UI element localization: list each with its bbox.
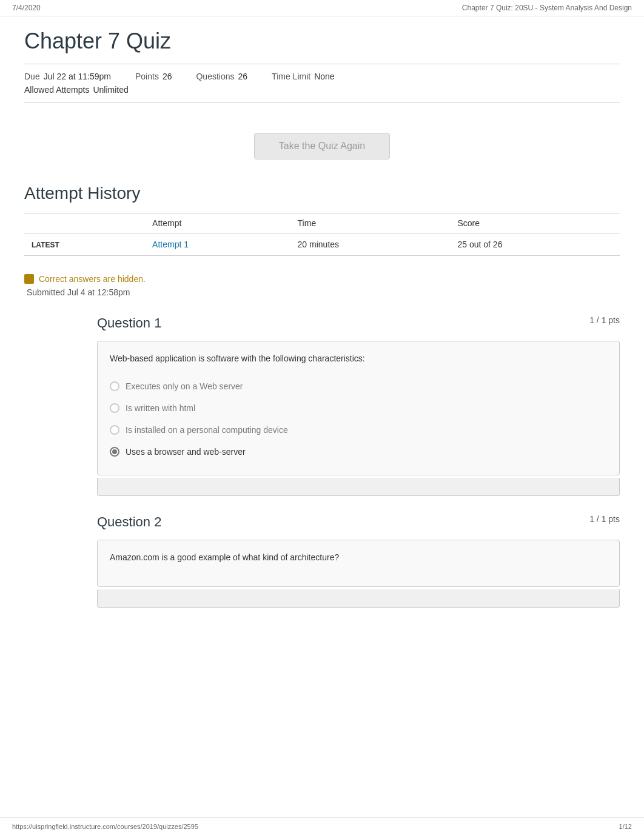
notice-row: Correct answers are hidden. xyxy=(24,274,620,284)
answer-option-2[interactable]: Is written with html xyxy=(110,397,607,419)
attempt-table-row: LATEST Attempt 1 20 minutes 25 out of 26 xyxy=(24,233,620,256)
top-bar: 7/4/2020 Chapter 7 Quiz: 20SU - System A… xyxy=(0,0,644,16)
radio-circle-3 xyxy=(110,425,119,435)
due-value: Jul 22 at 11:59pm xyxy=(44,72,111,81)
answer-option-4[interactable]: Uses a browser and web-server xyxy=(110,441,607,463)
answer-label-4: Uses a browser and web-server xyxy=(126,447,246,457)
attempt-table-header: Attempt Time Score xyxy=(24,213,620,233)
question-container-1: Question 1 1 / 1 pts Web-based applicati… xyxy=(97,315,620,496)
question-header: Question 2 1 / 1 pts xyxy=(97,514,620,530)
attempt-link-cell[interactable]: Attempt 1 xyxy=(145,233,290,256)
question-number: Question 1 xyxy=(97,315,161,331)
attempt-link[interactable]: Attempt 1 xyxy=(152,240,189,249)
due-label: Due xyxy=(24,72,40,81)
notice-section: Correct answers are hidden. Submitted Ju… xyxy=(24,268,620,315)
col-tag xyxy=(24,213,145,233)
time-limit-item: Time Limit None xyxy=(272,72,335,81)
take-quiz-button[interactable]: Take the Quiz Again xyxy=(254,133,390,159)
points-item: Points 26 xyxy=(135,72,172,81)
notice-text: Correct answers are hidden. xyxy=(39,274,146,284)
submitted-text: Submitted Jul 4 at 12:58pm xyxy=(27,287,620,297)
question-footer xyxy=(97,478,620,496)
col-time: Time xyxy=(290,213,451,233)
answer-label-3: Is installed on a personal computing dev… xyxy=(126,425,288,435)
answer-option-1[interactable]: Executes only on a Web server xyxy=(110,375,607,397)
attempt-time: 20 minutes xyxy=(290,233,451,256)
time-limit-label: Time Limit xyxy=(272,72,310,81)
question-number: Question 2 xyxy=(97,514,161,530)
attempt-table: Attempt Time Score LATEST Attempt 1 20 m… xyxy=(24,213,620,256)
attempt-table-header-row: Attempt Time Score xyxy=(24,213,620,233)
question-text: Web-based application is software with t… xyxy=(110,354,607,363)
col-attempt: Attempt xyxy=(145,213,290,233)
top-bar-title: Chapter 7 Quiz: 20SU - System Analysis A… xyxy=(462,4,632,12)
question-points: 1 / 1 pts xyxy=(589,514,620,524)
attempt-tag: LATEST xyxy=(24,233,145,256)
question-points: 1 / 1 pts xyxy=(589,315,620,325)
top-bar-date: 7/4/2020 xyxy=(12,4,41,12)
question-header: Question 1 1 / 1 pts xyxy=(97,315,620,331)
question-text: Amazon.com is a good example of what kin… xyxy=(110,552,607,562)
questions-value: 26 xyxy=(238,72,248,81)
points-label: Points xyxy=(135,72,159,81)
points-value: 26 xyxy=(163,72,172,81)
take-quiz-section: Take the Quiz Again xyxy=(24,115,620,172)
radio-circle-1 xyxy=(110,381,119,391)
questions-label: Questions xyxy=(196,72,234,81)
radio-circle-2 xyxy=(110,403,119,413)
answer-option-3[interactable]: Is installed on a personal computing dev… xyxy=(110,419,607,441)
quiz-title: Chapter 7 Quiz xyxy=(24,29,620,54)
answer-label-2: Is written with html xyxy=(126,403,195,413)
questions-container: Question 1 1 / 1 pts Web-based applicati… xyxy=(24,315,620,608)
notice-icon xyxy=(24,274,34,284)
allowed-attempts-label: Allowed Attempts xyxy=(24,85,89,95)
question-container-2: Question 2 1 / 1 pts Amazon.com is a goo… xyxy=(97,514,620,608)
time-limit-value: None xyxy=(314,72,334,81)
meta-row-2: Allowed Attempts Unlimited xyxy=(24,85,620,95)
meta-block: Due Jul 22 at 11:59pm Points 26 Question… xyxy=(24,64,620,102)
question-footer xyxy=(97,589,620,608)
col-score: Score xyxy=(450,213,620,233)
answer-label-1: Executes only on a Web server xyxy=(126,381,243,391)
radio-circle-4 xyxy=(110,447,119,457)
attempt-table-body: LATEST Attempt 1 20 minutes 25 out of 26 xyxy=(24,233,620,256)
due-item: Due Jul 22 at 11:59pm xyxy=(24,72,111,81)
question-box: Web-based application is software with t… xyxy=(97,341,620,475)
allowed-attempts-value: Unlimited xyxy=(93,85,128,95)
meta-row-1: Due Jul 22 at 11:59pm Points 26 Question… xyxy=(24,72,620,81)
questions-item: Questions 26 xyxy=(196,72,247,81)
question-box: Amazon.com is a good example of what kin… xyxy=(97,540,620,587)
main-content: Chapter 7 Quiz Due Jul 22 at 11:59pm Poi… xyxy=(0,16,644,638)
attempt-score: 25 out of 26 xyxy=(450,233,620,256)
attempt-history-title: Attempt History xyxy=(24,184,620,203)
